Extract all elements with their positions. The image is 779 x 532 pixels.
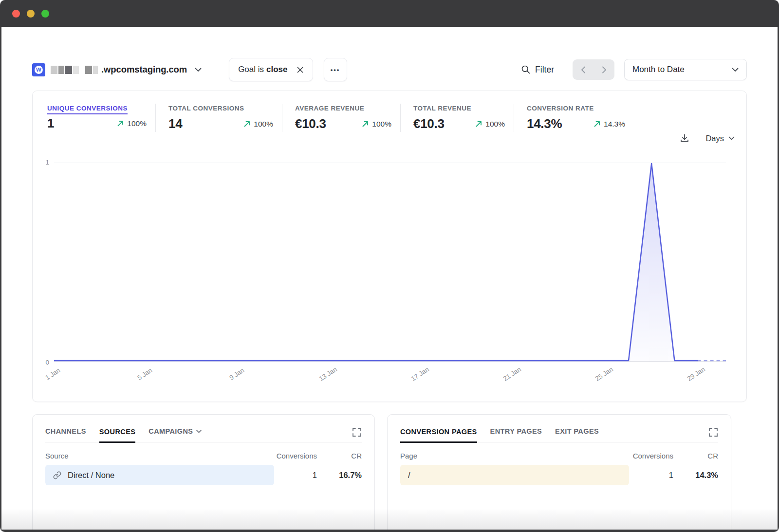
column-header-source: Source (45, 452, 254, 460)
stat-average-revenue[interactable]: AVERAGE REVENUE €10.3 100% (295, 104, 401, 132)
x-axis-tick-label: 5 Jan (136, 367, 153, 382)
stat-label[interactable]: UNIQUE CONVERSIONS (47, 105, 128, 114)
stat-total-conversions[interactable]: TOTAL CONVERSIONS 14 100% (168, 104, 282, 132)
link-icon (53, 471, 61, 479)
site-domain: .wpcomstaging.com (101, 64, 187, 75)
stat-change: 14.3% (594, 120, 625, 128)
download-button[interactable] (679, 133, 690, 144)
filter-button[interactable]: Filter (521, 65, 554, 75)
stat-change: 100% (243, 120, 273, 128)
y-axis-tick-label: 0 (36, 359, 49, 366)
table-row[interactable]: / 1 14.3% (400, 465, 718, 485)
search-icon (521, 65, 531, 74)
x-axis-tick-label: 13 Jan (318, 366, 338, 383)
pages-table-header: Page Conversions CR (400, 452, 718, 460)
column-header-page: Page (400, 452, 610, 460)
column-header-cr: CR (317, 452, 362, 460)
expand-button[interactable] (708, 427, 718, 437)
stat-change: 100% (362, 120, 391, 128)
tab-exit-pages[interactable]: EXIT PAGES (555, 427, 599, 442)
stat-value: 14 (168, 116, 182, 131)
window-close-button[interactable] (12, 10, 20, 18)
date-range-value: Month to Date (632, 65, 685, 74)
toolbar-right-group: Filter Month to Date (521, 59, 747, 80)
filter-label: Filter (535, 65, 554, 75)
window-zoom-button[interactable] (41, 10, 49, 18)
expand-button[interactable] (352, 427, 362, 437)
chart-canvas (54, 163, 726, 362)
cr-value: 16.7% (317, 471, 362, 480)
stat-change: 100% (117, 119, 147, 128)
y-axis-tick-label: 1 (36, 159, 49, 166)
date-pager (573, 59, 614, 80)
stat-conversion-rate[interactable]: CONVERSION RATE 14.3% 14.3% (527, 104, 634, 132)
trend-up-icon (243, 120, 251, 128)
stat-label[interactable]: CONVERSION RATE (527, 105, 594, 112)
chevron-right-icon (602, 66, 607, 73)
stat-value: €10.3 (413, 116, 445, 131)
stat-label[interactable]: TOTAL CONVERSIONS (168, 105, 244, 112)
svg-text:W: W (36, 67, 41, 73)
goal-filter-chip[interactable]: Goal is close (229, 58, 313, 81)
stat-total-revenue[interactable]: TOTAL REVENUE €10.3 100% (413, 104, 514, 132)
interval-select[interactable]: Days (705, 134, 735, 143)
pages-card: CONVERSION PAGES ENTRY PAGES EXIT PAGES … (387, 414, 731, 530)
table-row[interactable]: Direct / None 1 16.7% (45, 465, 362, 485)
pages-card-tabs: CONVERSION PAGES ENTRY PAGES EXIT PAGES (400, 427, 718, 442)
stat-value: 1 (47, 116, 54, 131)
x-axis-tick-label: 17 Jan (410, 366, 430, 383)
previous-period-button[interactable] (573, 59, 594, 80)
conversions-line-chart[interactable]: 1 0 1 Jan5 Jan9 Jan13 Jan17 Jan21 Jan25 … (54, 163, 726, 362)
x-axis-tick-label: 29 Jan (686, 366, 706, 383)
x-axis-tick-label: 1 Jan (44, 367, 61, 382)
trend-up-icon (594, 120, 601, 128)
stat-unique-conversions[interactable]: UNIQUE CONVERSIONS 1 100% (47, 104, 156, 132)
sources-card-tabs: CHANNELS SOURCES CAMPAIGNS (45, 427, 362, 442)
stats-row: UNIQUE CONVERSIONS 1 100% TOTAL CONVERSI… (33, 91, 746, 132)
trend-up-icon (475, 120, 482, 128)
tab-conversion-pages[interactable]: CONVERSION PAGES (400, 428, 477, 443)
tab-channels[interactable]: CHANNELS (45, 427, 86, 442)
app-window: W .wpcomstaging.com Goal is (0, 0, 779, 532)
chevron-down-icon (732, 68, 739, 72)
tab-sources[interactable]: SOURCES (99, 428, 136, 443)
redacted-site-name (51, 66, 98, 74)
chart-toolbar: Days (679, 133, 735, 144)
cr-value: 14.3% (673, 471, 718, 480)
close-icon[interactable] (297, 66, 304, 73)
download-icon (679, 133, 690, 144)
x-axis-tick-label: 25 Jan (594, 366, 614, 383)
chart-line (54, 164, 698, 361)
conversions-overview-card: UNIQUE CONVERSIONS 1 100% TOTAL CONVERSI… (32, 91, 747, 402)
fullscreen-icon (708, 427, 718, 437)
window-titlebar (0, 0, 779, 27)
x-axis-tick-label: 21 Jan (502, 366, 522, 383)
site-selector[interactable]: W .wpcomstaging.com (32, 63, 202, 76)
column-header-conversions: Conversions (610, 452, 673, 460)
tab-entry-pages[interactable]: ENTRY PAGES (490, 427, 542, 442)
chart-area (54, 164, 698, 362)
bottom-cards: CHANNELS SOURCES CAMPAIGNS Source Conver… (32, 414, 747, 530)
chevron-down-icon (728, 136, 735, 140)
stat-label[interactable]: TOTAL REVENUE (413, 105, 471, 112)
more-options-button[interactable]: ••• (324, 58, 347, 81)
column-header-cr: CR (673, 452, 718, 460)
stat-value: €10.3 (295, 116, 326, 131)
sources-table-header: Source Conversions CR (45, 452, 362, 460)
window-minimize-button[interactable] (27, 10, 35, 18)
date-range-select[interactable]: Month to Date (624, 59, 747, 80)
x-axis-tick-label: 9 Jan (228, 367, 245, 382)
fullscreen-icon (352, 427, 362, 437)
chevron-down-icon (196, 430, 202, 433)
conversions-value: 1 (254, 471, 317, 480)
stat-change: 100% (475, 120, 505, 128)
stat-label[interactable]: AVERAGE REVENUE (295, 105, 364, 112)
x-axis-ticks: 1 Jan5 Jan9 Jan13 Jan17 Jan21 Jan25 Jan2… (54, 362, 726, 394)
next-period-button[interactable] (594, 59, 614, 80)
goal-filter-prefix: Goal is (238, 65, 264, 74)
interval-value: Days (705, 134, 724, 143)
source-label: Direct / None (45, 471, 254, 480)
chevron-down-icon (195, 68, 202, 72)
tab-campaigns[interactable]: CAMPAIGNS (148, 427, 202, 442)
trend-up-icon (362, 120, 369, 128)
